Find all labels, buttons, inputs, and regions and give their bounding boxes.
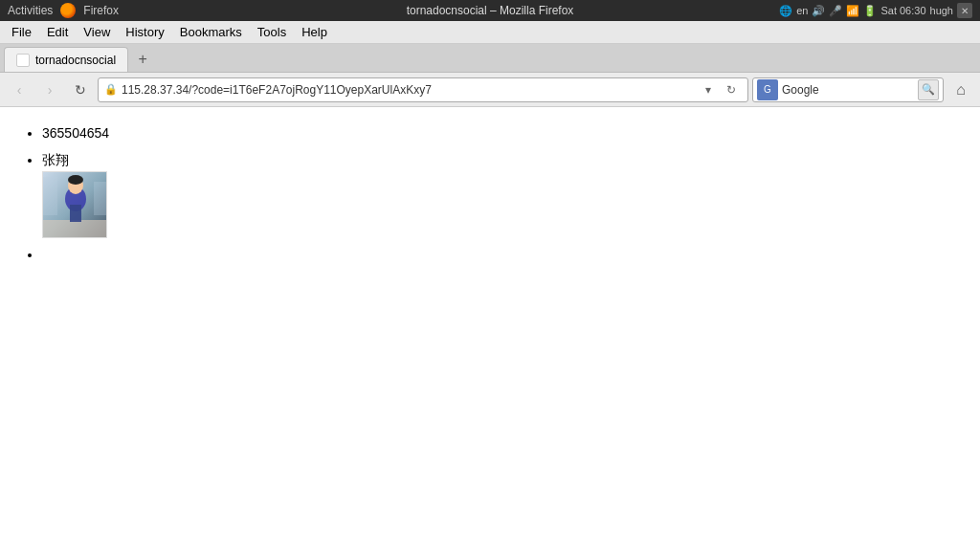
forward-button[interactable]: › <box>36 77 63 103</box>
menu-view[interactable]: View <box>76 23 118 41</box>
mic-icon: 🎤 <box>829 5 842 17</box>
tabbar: tornadocnsocial + <box>0 44 980 73</box>
window-title: tornadocnsocial – Mozilla Firefox <box>407 4 574 17</box>
titlebar-left: Activities Firefox <box>8 3 119 18</box>
new-tab-button[interactable]: + <box>130 47 155 72</box>
menu-help[interactable]: Help <box>294 23 335 41</box>
search-input[interactable]: Google <box>782 83 914 97</box>
menu-edit[interactable]: Edit <box>39 23 76 41</box>
username: hugh <box>930 5 953 16</box>
reload-button[interactable]: ↻ <box>67 77 94 103</box>
menu-bookmarks[interactable]: Bookmarks <box>172 23 250 41</box>
svg-point-4 <box>68 175 83 185</box>
url-bar[interactable]: 🔒 115.28.37.34/?code=i1T6eF2A7ojRogY11Oy… <box>98 77 748 102</box>
search-go-button[interactable]: 🔍 <box>918 79 939 100</box>
tab-tornadocnsocial[interactable]: tornadocnsocial <box>4 47 128 72</box>
search-engine-icon: G <box>757 79 778 100</box>
browser-name: Firefox <box>83 4 119 17</box>
search-bar[interactable]: G Google 🔍 <box>752 77 944 102</box>
page-content: 365504654 张翔 <box>0 107 980 549</box>
list-item-3 <box>42 244 957 265</box>
menu-tools[interactable]: Tools <box>250 23 294 41</box>
svg-rect-1 <box>43 220 107 238</box>
url-text: 115.28.37.34/?code=i1T6eF2A7ojRogY11Oyep… <box>122 83 694 97</box>
back-button[interactable]: ‹ <box>6 77 33 103</box>
activities-label[interactable]: Activities <box>8 4 53 17</box>
tab-label: tornadocnsocial <box>35 54 116 67</box>
svg-rect-6 <box>43 177 57 215</box>
menubar: File Edit View History Bookmarks Tools H… <box>0 21 980 44</box>
firefox-logo-icon <box>60 3 76 18</box>
url-dropdown-button[interactable]: ▾ <box>698 79 719 100</box>
content-list: 365504654 张翔 <box>23 122 957 265</box>
volume-icon: 🔊 <box>812 5 825 17</box>
window-close-button[interactable]: ✕ <box>957 3 972 18</box>
network-icon: 🌐 <box>779 5 792 17</box>
battery-icon: 🔋 <box>863 5 877 17</box>
tab-favicon <box>16 54 30 67</box>
svg-rect-7 <box>94 182 107 215</box>
system-tray: 🌐 en 🔊 🎤 📶 🔋 Sat 06:30 hugh ✕ <box>779 3 972 18</box>
list-item-1: 365504654 <box>42 122 957 143</box>
list-item-2-text: 张翔 <box>42 152 69 167</box>
list-item-2: 张翔 <box>42 149 957 237</box>
menu-history[interactable]: History <box>118 23 171 41</box>
titlebar: Activities Firefox tornadocnsocial – Moz… <box>0 0 980 21</box>
lang-indicator: en <box>796 5 808 16</box>
lock-icon: 🔒 <box>104 83 118 96</box>
svg-rect-5 <box>70 205 81 222</box>
profile-image <box>42 171 107 238</box>
navbar: ‹ › ↻ 🔒 115.28.37.34/?code=i1T6eF2A7ojRo… <box>0 73 980 107</box>
datetime: Sat 06:30 <box>880 5 925 16</box>
wifi-icon: 📶 <box>846 5 859 17</box>
url-actions: ▾ ↻ <box>698 79 742 100</box>
menu-file[interactable]: File <box>4 23 39 41</box>
home-button[interactable]: ⌂ <box>947 77 974 103</box>
list-item-1-text: 365504654 <box>42 125 109 141</box>
url-reload-button[interactable]: ↻ <box>721 79 742 100</box>
search-logo: G <box>764 84 771 95</box>
